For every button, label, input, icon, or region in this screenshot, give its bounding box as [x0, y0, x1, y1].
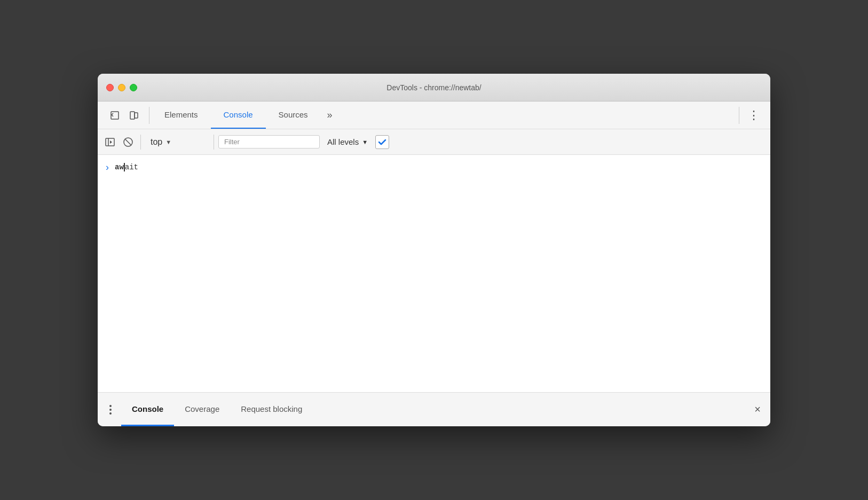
console-content: › await [98, 155, 770, 392]
console-entry[interactable]: › await [98, 159, 770, 175]
traffic-lights [106, 84, 137, 91]
devtools-window: DevTools - chrome://newtab/ Element [98, 74, 770, 426]
entry-chevron-icon[interactable]: › [102, 161, 113, 173]
bottom-panel-close-button[interactable]: × [749, 401, 766, 418]
clear-console-button[interactable] [120, 134, 136, 150]
levels-label: All levels [327, 137, 359, 146]
kebab-dot-1 [109, 405, 112, 407]
sidebar-toggle-button[interactable] [102, 134, 118, 150]
toolbar-icon-group [102, 107, 147, 124]
bottom-tab-request-blocking[interactable]: Request blocking [230, 393, 313, 426]
entry-text-bold: aw [115, 163, 124, 171]
levels-arrow-icon: ▼ [362, 139, 368, 145]
svg-marker-5 [110, 140, 112, 144]
title-bar: DevTools - chrome://newtab/ [98, 74, 770, 101]
window-title: DevTools - chrome://newtab/ [386, 83, 481, 92]
close-button[interactable] [106, 84, 114, 91]
console-entry-text: await [113, 161, 138, 173]
bottom-tab-coverage[interactable]: Coverage [174, 393, 230, 426]
svg-line-7 [125, 139, 131, 145]
context-selector[interactable]: top ▼ [145, 135, 209, 149]
kebab-dot-3 [109, 412, 112, 415]
console-divider-1 [140, 135, 141, 150]
context-label: top [151, 137, 162, 147]
context-arrow-icon: ▼ [165, 139, 171, 145]
inspect-element-button[interactable] [106, 107, 123, 124]
tab-elements[interactable]: Elements [152, 101, 211, 129]
toolbar-menu-button[interactable]: ⋮ [741, 108, 766, 122]
svg-rect-2 [135, 113, 138, 118]
maximize-button[interactable] [130, 84, 137, 91]
console-toolbar: top ▼ All levels ▼ [98, 129, 770, 155]
filter-input[interactable] [218, 135, 320, 149]
bottom-panel: Console Coverage Request blocking × [98, 392, 770, 426]
bottom-tab-console[interactable]: Console [121, 393, 174, 426]
levels-selector[interactable]: All levels ▼ [322, 135, 373, 149]
console-divider-2 [214, 135, 214, 150]
tab-sources[interactable]: Sources [266, 101, 321, 129]
toolbar-divider-1 [149, 107, 149, 124]
minimize-button[interactable] [118, 84, 125, 91]
kebab-dot-2 [109, 409, 112, 411]
toolbar-tabs: Elements Console Sources » [152, 101, 737, 129]
bottom-panel-menu-button[interactable] [102, 401, 119, 418]
entry-text-light: ait [125, 163, 138, 171]
svg-rect-1 [130, 112, 135, 119]
checkbox-button[interactable] [375, 135, 389, 149]
devtools-toolbar: Elements Console Sources » ⋮ [98, 101, 770, 129]
more-tabs-button[interactable]: » [321, 101, 339, 129]
device-toolbar-button[interactable] [125, 107, 143, 124]
bottom-tabs: Console Coverage Request blocking [121, 393, 749, 426]
toolbar-divider-2 [739, 107, 739, 124]
tab-console[interactable]: Console [211, 101, 266, 129]
